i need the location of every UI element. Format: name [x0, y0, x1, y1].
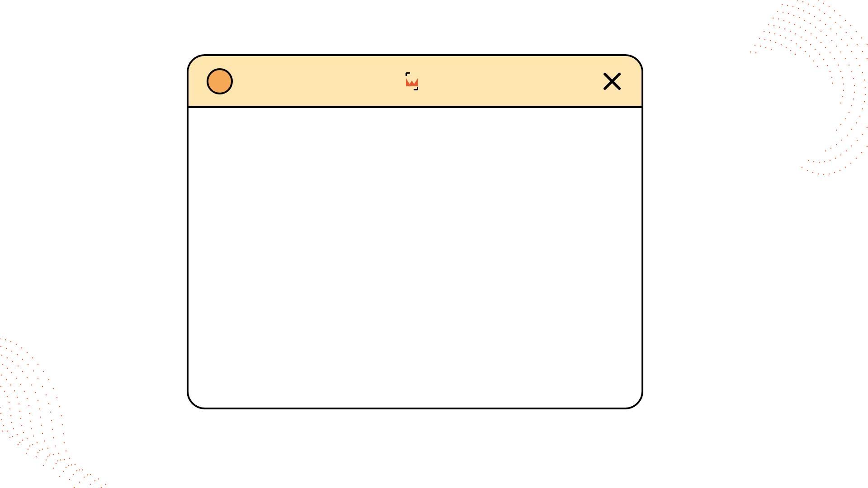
svg-point-187 [755, 45, 755, 46]
svg-point-95 [865, 94, 866, 95]
svg-point-147 [843, 84, 844, 84]
svg-point-337 [22, 440, 23, 441]
svg-point-159 [810, 44, 811, 45]
svg-point-243 [79, 469, 80, 470]
svg-point-214 [90, 474, 91, 475]
svg-point-94 [865, 87, 866, 88]
svg-point-160 [815, 49, 816, 50]
svg-point-338 [29, 446, 30, 446]
svg-point-236 [51, 420, 52, 421]
svg-point-49 [835, 22, 836, 23]
svg-point-178 [817, 66, 818, 67]
svg-point-89 [851, 51, 852, 52]
svg-point-130 [836, 130, 837, 131]
svg-point-125 [853, 99, 854, 99]
svg-point-309 [17, 397, 18, 398]
svg-point-298 [79, 482, 80, 483]
svg-point-176 [809, 56, 810, 56]
svg-point-106 [777, 11, 778, 12]
svg-point-13 [861, 38, 862, 38]
svg-point-44 [808, 4, 809, 5]
svg-point-340 [46, 460, 47, 460]
svg-point-284 [20, 384, 21, 385]
svg-point-317 [39, 450, 40, 451]
svg-point-145 [840, 71, 841, 72]
titlebar [189, 56, 642, 108]
svg-point-372 [2, 431, 3, 432]
svg-point-333 [10, 415, 11, 416]
decorative-dots-top-right [678, 0, 868, 230]
svg-point-328 [0, 386, 1, 387]
svg-point-179 [759, 38, 760, 39]
svg-point-318 [47, 456, 48, 457]
svg-point-146 [842, 77, 843, 78]
window-control-dot[interactable] [207, 68, 233, 94]
close-button[interactable] [601, 70, 623, 93]
svg-point-107 [783, 12, 783, 13]
svg-point-117 [836, 46, 837, 47]
svg-point-355 [7, 431, 8, 432]
svg-point-96 [864, 101, 865, 102]
svg-point-335 [13, 428, 14, 429]
svg-point-162 [823, 59, 824, 60]
svg-point-184 [786, 47, 787, 48]
svg-point-124 [854, 92, 855, 93]
svg-point-150 [840, 103, 841, 103]
svg-point-359 [36, 456, 37, 457]
svg-point-245 [94, 480, 95, 481]
svg-point-5 [818, 0, 819, 0]
svg-point-128 [845, 118, 846, 119]
svg-point-134 [789, 22, 790, 23]
svg-point-171 [785, 38, 786, 38]
svg-point-126 [851, 105, 852, 106]
svg-point-289 [30, 421, 31, 422]
svg-point-45 [813, 6, 814, 7]
svg-point-132 [778, 19, 779, 19]
svg-point-306 [6, 379, 7, 380]
svg-point-294 [49, 455, 50, 455]
svg-point-64 [867, 127, 868, 128]
svg-point-7 [829, 6, 830, 7]
svg-point-358 [28, 449, 28, 450]
svg-point-204 [57, 397, 57, 398]
svg-point-316 [32, 444, 33, 445]
svg-point-177 [813, 61, 814, 61]
svg-point-70 [835, 158, 836, 159]
svg-point-285 [24, 391, 25, 392]
svg-point-195 [10, 341, 11, 342]
svg-point-182 [775, 42, 776, 43]
svg-point-113 [815, 27, 816, 28]
svg-point-181 [770, 40, 771, 41]
svg-point-155 [790, 31, 791, 32]
svg-point-315 [27, 438, 28, 439]
svg-point-34 [829, 174, 830, 174]
svg-point-168 [769, 32, 770, 33]
svg-point-39 [802, 167, 802, 168]
svg-point-230 [33, 371, 34, 371]
svg-point-216 [105, 484, 106, 485]
svg-point-339 [38, 452, 38, 453]
svg-point-75 [808, 160, 809, 161]
svg-point-286 [27, 398, 28, 399]
svg-point-161 [819, 54, 820, 55]
svg-point-166 [832, 83, 833, 84]
svg-point-42 [797, 0, 798, 0]
svg-point-202 [48, 379, 49, 380]
svg-point-99 [856, 122, 857, 123]
svg-point-83 [820, 20, 821, 21]
svg-point-210 [66, 450, 66, 451]
svg-point-258 [27, 377, 28, 378]
svg-point-203 [53, 388, 54, 389]
svg-point-84 [825, 24, 826, 25]
svg-point-330 [7, 396, 8, 397]
svg-point-189 [765, 47, 766, 48]
svg-point-27 [867, 146, 868, 147]
svg-point-200 [38, 364, 38, 365]
svg-point-31 [845, 167, 846, 168]
svg-point-192 [755, 52, 756, 53]
svg-point-201 [43, 371, 44, 372]
svg-point-233 [46, 394, 47, 395]
svg-point-262 [39, 408, 40, 409]
svg-point-8 [834, 10, 835, 11]
svg-point-197 [21, 347, 22, 348]
